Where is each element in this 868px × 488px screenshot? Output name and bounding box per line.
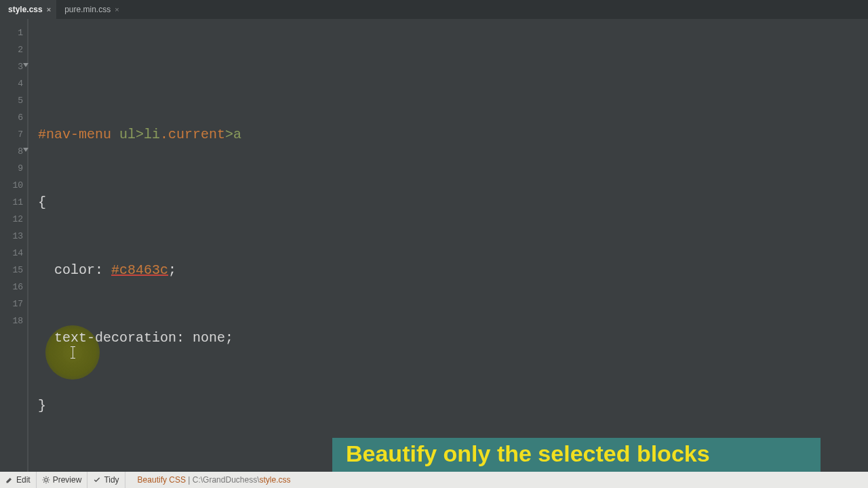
tidy-button[interactable]: Tidy <box>87 472 125 488</box>
line-number: 8 <box>0 143 27 160</box>
line-number: 1 <box>0 24 27 41</box>
line-number: 5 <box>0 92 27 109</box>
editor: 1 2 3 4 5 6 7 8 9 10 11 12 13 14 15 16 1… <box>0 19 868 472</box>
code-area[interactable]: #nav-menu ul>li.current>a { color: #c846… <box>28 19 868 472</box>
line-number: 2 <box>0 41 27 58</box>
line-number: 4 <box>0 75 27 92</box>
line-number: 18 <box>0 312 27 329</box>
button-label: Tidy <box>104 475 119 485</box>
close-icon[interactable]: × <box>47 5 51 14</box>
caption-text: Beautify only the selected blocks <box>346 441 710 467</box>
line-number: 6 <box>0 109 27 126</box>
button-label: Preview <box>53 475 82 485</box>
line-number: 15 <box>0 262 27 279</box>
line-number: 3 <box>0 58 27 75</box>
line-number: 14 <box>0 245 27 262</box>
tab-bar: style.css × pure.min.css × <box>0 0 868 19</box>
line-number: 13 <box>0 228 27 245</box>
line-number: 17 <box>0 296 27 312</box>
line-number: 9 <box>0 160 27 177</box>
tab-style-css[interactable]: style.css × <box>0 0 56 19</box>
close-icon[interactable]: × <box>115 5 119 14</box>
status-bar: Edit Preview Tidy Beautify CSS | C:\Gran… <box>0 472 868 488</box>
line-number: 12 <box>0 211 27 228</box>
edit-button[interactable]: Edit <box>0 472 37 488</box>
code-line[interactable]: color: #c8463c; <box>38 262 868 279</box>
code-line[interactable]: text-decoration: none; <box>38 329 868 346</box>
code-line[interactable] <box>38 58 868 75</box>
line-number: 11 <box>0 194 27 211</box>
line-number: 7 <box>0 126 27 143</box>
line-number: 10 <box>0 177 27 194</box>
line-gutter: 1 2 3 4 5 6 7 8 9 10 11 12 13 14 15 16 1… <box>0 19 27 472</box>
pencil-icon <box>5 476 14 484</box>
code-line[interactable]: } <box>38 397 868 414</box>
code-line[interactable]: #nav-menu ul>li.current>a <box>38 126 868 143</box>
code-line[interactable]: { <box>38 194 868 211</box>
line-number: 16 <box>0 279 27 296</box>
ibeam-cursor-icon <box>73 346 73 359</box>
status-path: Beautify CSS | C:\GrandDuchess\style.css <box>125 475 291 485</box>
tab-pure-min-css[interactable]: pure.min.css × <box>56 0 124 19</box>
button-label: Edit <box>16 475 31 485</box>
tab-label: pure.min.css <box>64 5 111 14</box>
check-icon <box>93 476 101 484</box>
tab-label: style.css <box>8 5 43 14</box>
